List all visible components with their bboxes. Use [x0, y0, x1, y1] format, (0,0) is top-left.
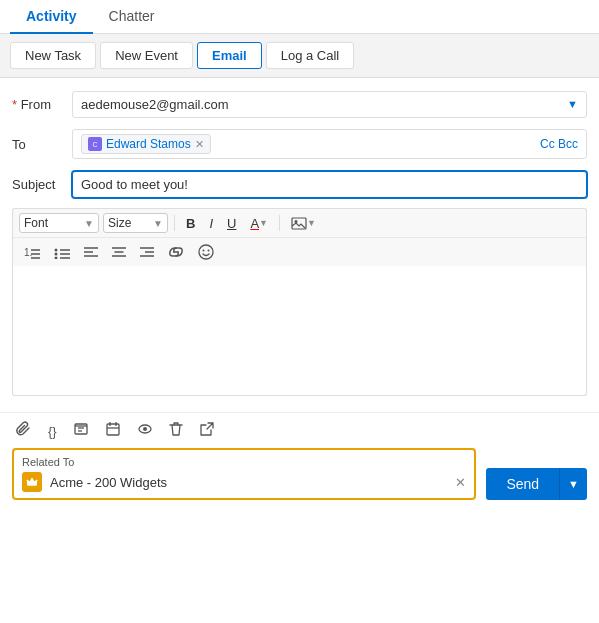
- to-field[interactable]: C Edward Stamos ✕ Cc Bcc: [72, 129, 587, 159]
- contact-icon: C: [88, 137, 102, 151]
- toolbar-divider-2: [279, 215, 280, 231]
- crown-icon: [26, 476, 38, 488]
- sub-tabs: New Task New Event Email Log a Call: [0, 34, 599, 78]
- svg-point-25: [203, 250, 205, 252]
- bottom-section: Related To Acme - 200 Widgets ✕ Send ▼: [0, 448, 599, 512]
- send-section: Send ▼: [486, 468, 587, 500]
- eye-icon: [137, 421, 153, 437]
- svg-point-26: [208, 250, 210, 252]
- size-dropdown-icon: ▼: [153, 218, 163, 229]
- open-external-button[interactable]: [195, 419, 219, 442]
- align-left-icon: [84, 246, 98, 258]
- to-label: To: [12, 137, 72, 152]
- svg-point-10: [55, 256, 58, 259]
- send-dropdown-icon: ▼: [568, 478, 579, 490]
- font-color-label: A: [250, 216, 259, 231]
- insert-image-button[interactable]: ▼: [286, 215, 321, 232]
- italic-button[interactable]: I: [204, 214, 218, 233]
- external-link-icon: [199, 421, 215, 437]
- related-to-section: Related To Acme - 200 Widgets ✕: [12, 448, 476, 500]
- subject-row: Subject: [12, 168, 587, 200]
- email-editor: Font ▼ Size ▼ B I U A ▼: [12, 208, 587, 396]
- underline-button[interactable]: U: [222, 214, 241, 233]
- delete-button[interactable]: [165, 419, 187, 442]
- calendar-icon: [105, 421, 121, 437]
- svg-text:1.: 1.: [24, 247, 32, 258]
- unordered-list-icon: [54, 246, 70, 259]
- size-label: Size: [108, 216, 131, 230]
- font-dropdown-icon: ▼: [84, 218, 94, 229]
- toolbar-row-2: 1.: [13, 237, 586, 266]
- from-select[interactable]: aedemouse2@gmail.com ▼: [72, 91, 587, 118]
- subject-label: Subject: [12, 177, 72, 192]
- tab-log-call[interactable]: Log a Call: [266, 42, 355, 69]
- related-to-label: Related To: [22, 456, 466, 468]
- editor-body[interactable]: [12, 266, 587, 396]
- align-left-button[interactable]: [79, 244, 103, 260]
- font-color-button[interactable]: A ▼: [245, 214, 273, 233]
- related-to-box: Related To Acme - 200 Widgets ✕: [12, 448, 476, 500]
- svg-point-24: [199, 245, 213, 259]
- ordered-list-button[interactable]: 1.: [19, 244, 45, 261]
- send-button[interactable]: Send: [486, 468, 559, 500]
- remove-recipient-button[interactable]: ✕: [195, 138, 204, 151]
- svg-rect-30: [107, 424, 119, 435]
- insert-snippet-button[interactable]: [69, 419, 93, 442]
- align-center-button[interactable]: [107, 244, 131, 260]
- subject-input[interactable]: [72, 171, 587, 198]
- related-to-value: Acme - 200 Widgets: [50, 475, 447, 490]
- attach-file-button[interactable]: [12, 419, 36, 442]
- cc-bcc-button[interactable]: Cc Bcc: [540, 137, 578, 151]
- from-dropdown-icon: ▼: [567, 98, 578, 110]
- send-dropdown-button[interactable]: ▼: [559, 468, 587, 500]
- insert-template-button[interactable]: {}: [44, 420, 61, 441]
- align-right-button[interactable]: [135, 244, 159, 260]
- tab-new-task[interactable]: New Task: [10, 42, 96, 69]
- bottom-toolbar: {}: [0, 412, 599, 448]
- recipient-tag: C Edward Stamos ✕: [81, 134, 211, 154]
- trash-icon: [169, 421, 183, 437]
- paperclip-icon: [16, 421, 32, 437]
- svg-point-9: [55, 252, 58, 255]
- font-label: Font: [24, 216, 48, 230]
- font-select[interactable]: Font ▼: [19, 213, 99, 233]
- insert-link-button[interactable]: [163, 244, 189, 260]
- emoji-icon: [198, 244, 214, 260]
- required-star: *: [12, 97, 21, 112]
- bold-button[interactable]: B: [181, 214, 200, 233]
- from-email: aedemouse2@gmail.com: [81, 97, 567, 112]
- tab-email[interactable]: Email: [197, 42, 262, 69]
- to-row: To C Edward Stamos ✕ Cc Bcc: [12, 128, 587, 160]
- ordered-list-icon: 1.: [24, 246, 40, 259]
- snippet-icon: [73, 421, 89, 437]
- from-label: * From: [12, 97, 72, 112]
- image-icon: [291, 217, 307, 230]
- font-color-dropdown: ▼: [259, 218, 268, 228]
- align-right-icon: [140, 246, 154, 258]
- image-dropdown-icon: ▼: [307, 218, 316, 228]
- related-to-input-row: Acme - 200 Widgets ✕: [22, 472, 466, 492]
- size-select[interactable]: Size ▼: [103, 213, 168, 233]
- tab-activity[interactable]: Activity: [10, 0, 93, 34]
- schedule-button[interactable]: [101, 419, 125, 442]
- email-form: * From aedemouse2@gmail.com ▼ To C Edwar…: [0, 78, 599, 406]
- editor-toolbar: Font ▼ Size ▼ B I U A ▼: [12, 208, 587, 266]
- toolbar-row-1: Font ▼ Size ▼ B I U A ▼: [13, 209, 586, 237]
- emoji-button[interactable]: [193, 242, 219, 262]
- from-row: * From aedemouse2@gmail.com ▼: [12, 88, 587, 120]
- toolbar-divider-1: [174, 215, 175, 231]
- svg-text:C: C: [92, 141, 97, 148]
- recipient-name: Edward Stamos: [106, 137, 191, 151]
- tab-chatter[interactable]: Chatter: [93, 0, 171, 34]
- unordered-list-button[interactable]: [49, 244, 75, 261]
- top-tabs: Activity Chatter: [0, 0, 599, 34]
- svg-point-35: [143, 427, 147, 431]
- preview-button[interactable]: [133, 419, 157, 442]
- tab-new-event[interactable]: New Event: [100, 42, 193, 69]
- clear-related-to-button[interactable]: ✕: [455, 475, 466, 490]
- account-icon: [22, 472, 42, 492]
- link-icon: [168, 246, 184, 258]
- svg-point-8: [55, 248, 58, 251]
- template-icon: {}: [48, 424, 57, 439]
- align-center-icon: [112, 246, 126, 258]
